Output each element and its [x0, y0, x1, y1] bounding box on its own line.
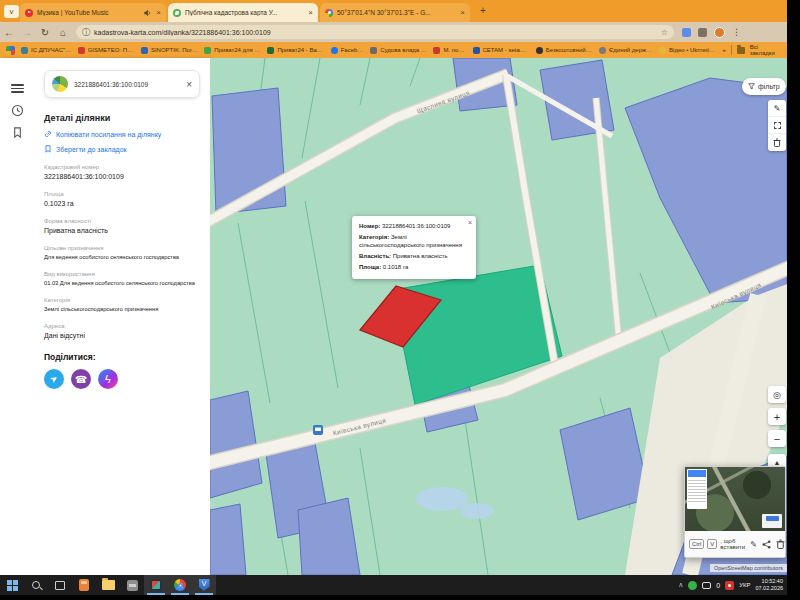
clipboard-app-button[interactable] — [72, 575, 96, 595]
bookmark-favicon — [370, 47, 377, 54]
draw-pencil-button[interactable]: ✎ — [768, 100, 786, 117]
tab-youtube-music[interactable]: Музика | YouTube Music × — [20, 3, 166, 22]
bookmarks-overflow-icon[interactable]: » — [722, 47, 725, 53]
viber-share-icon[interactable]: ☎ — [71, 369, 91, 389]
telegram-share-icon[interactable]: ➤ — [44, 369, 64, 389]
water-area — [416, 487, 468, 511]
bookmark-item[interactable]: Відео • Ukrnetica7... — [659, 47, 716, 54]
tray-badge-count[interactable]: 0 — [716, 582, 720, 589]
photos-app-button[interactable] — [144, 575, 168, 595]
shield-app-icon: V — [199, 579, 210, 591]
speaker-icon[interactable] — [143, 9, 152, 17]
bookmark-favicon — [473, 47, 480, 54]
divider — [731, 45, 732, 55]
save-bookmark-button[interactable]: Зберегти до закладок — [44, 145, 200, 153]
bookmark-item[interactable]: Судова влада Укра... — [370, 47, 427, 54]
annotate-pen-icon[interactable]: ✎ — [750, 539, 757, 549]
zoom-out-button[interactable]: − — [768, 430, 786, 447]
back-button[interactable]: ← — [0, 27, 18, 38]
bookmark-item[interactable]: CETAM - setam.net... — [473, 47, 530, 54]
tab-search-button[interactable]: v — [4, 5, 19, 18]
file-explorer-button[interactable] — [96, 575, 120, 595]
map-attribution-link[interactable]: OpenStreetMap contributors — [710, 564, 787, 572]
browser-menu-icon[interactable]: ⋮ — [732, 27, 741, 37]
discard-trash-icon[interactable] — [776, 539, 785, 549]
bookmarks-rail-icon[interactable] — [11, 126, 24, 139]
locate-button[interactable]: ◎ — [768, 386, 786, 403]
all-bookmarks-label[interactable]: Всі закладки — [750, 44, 781, 56]
bookmark-item[interactable]: Приват24 для бізне... — [204, 47, 261, 54]
bookmark-label: GISMETEO: Погода... — [88, 47, 135, 53]
tab-close-icon[interactable]: × — [156, 8, 161, 17]
clock-date: 07.02.2026 — [755, 585, 783, 592]
language-indicator[interactable]: УКР — [739, 582, 750, 588]
parcel-search-input[interactable]: 3221886401:36:100:0109 × — [44, 70, 200, 98]
tray-chat-icon[interactable] — [702, 582, 711, 589]
clear-search-icon[interactable]: × — [186, 79, 192, 90]
tab-close-icon[interactable]: × — [460, 8, 465, 17]
reload-button[interactable]: ↻ — [36, 27, 54, 38]
screenshot-preview[interactable] — [685, 467, 785, 531]
search-value: 3221886401:36:100:0109 — [74, 81, 180, 88]
bookmark-item[interactable]: ІС ДПУЧАС"(12) — [21, 47, 72, 54]
select-area-button[interactable] — [768, 117, 786, 134]
field-label: Цільове призначення — [44, 245, 200, 251]
tab-google-maps[interactable]: 50°37'01.4"N 30°37'01.3"E - G... × — [320, 3, 470, 22]
map-edit-tools: ✎ — [768, 100, 786, 151]
screenshot-toast[interactable]: Ctrl V , щоб вставити ✎ — [684, 466, 786, 558]
utility-app-button[interactable] — [120, 575, 144, 595]
shield-app-button[interactable]: V — [192, 575, 216, 595]
taskbar-clock[interactable]: 10:52:40 07.02.2026 — [755, 578, 783, 592]
url-text: kadastrova-karta.com/dilyanka/3221886401… — [94, 29, 657, 36]
bookmark-label: Відео • Ukrnetica7... — [669, 47, 716, 53]
site-info-icon[interactable]: ⓘ — [82, 27, 90, 38]
tray-red-app-icon[interactable] — [725, 581, 734, 590]
field-value: Для ведення особистого селянського госпо… — [44, 254, 200, 260]
address-bar[interactable]: ⓘ kadastrova-karta.com/dilyanka/32218864… — [76, 25, 674, 39]
tab-cadastral-map[interactable]: Публічна кадастрова карта У... × — [168, 3, 318, 22]
profile-avatar[interactable] — [714, 27, 725, 38]
field-value: 0.1023 га — [44, 200, 200, 207]
extensions-puzzle-icon[interactable] — [698, 28, 707, 37]
bookmark-favicon — [536, 47, 543, 54]
bookmark-label: Судова влада Укра... — [380, 47, 427, 53]
messenger-share-icon[interactable]: ϟ — [98, 369, 118, 389]
taskbar-search-button[interactable] — [24, 575, 48, 595]
bookmark-item[interactable]: М. пошта — [433, 47, 466, 54]
bookmark-item[interactable]: GISMETEO: Погода... — [78, 47, 135, 54]
dashed-square-icon — [774, 122, 781, 129]
chrome-app-button[interactable] — [168, 575, 192, 595]
menu-hamburger-icon[interactable] — [11, 82, 24, 95]
bus-stop-icon — [313, 425, 323, 435]
bookmark-item[interactable]: Єдиний держав... — [599, 47, 653, 54]
bookmark-label: М. пошта — [443, 47, 466, 53]
map-area[interactable]: Щаслива вулиця Київська вулиця Київська … — [210, 58, 787, 575]
tab-close-icon[interactable]: × — [308, 8, 313, 17]
share-icon[interactable] — [762, 539, 771, 549]
home-button[interactable]: ⌂ — [54, 27, 72, 38]
screen-edge — [0, 595, 800, 600]
task-view-button[interactable] — [48, 575, 72, 595]
delete-shape-button[interactable] — [768, 134, 786, 151]
bookmark-item[interactable]: Приват24 - Ваш он... — [267, 47, 324, 54]
forward-button[interactable]: → — [18, 27, 36, 38]
bookmark-favicon — [331, 47, 338, 54]
history-clock-icon[interactable] — [11, 104, 24, 117]
tray-expand-icon[interactable]: ∧ — [678, 581, 683, 589]
copy-link-button[interactable]: Копіювати посилання на ділянку — [44, 130, 200, 138]
popup-close-icon[interactable]: × — [468, 218, 472, 228]
bookmark-item[interactable]: Facebook — [331, 47, 365, 54]
tray-green-app-icon[interactable] — [688, 581, 697, 590]
bookmark-item[interactable]: Безкоштовний зак... — [536, 47, 593, 54]
zoom-in-button[interactable]: + — [768, 408, 786, 425]
apps-grid-icon[interactable] — [6, 46, 15, 55]
pinned-extension-icon[interactable] — [682, 28, 691, 37]
start-button[interactable] — [0, 575, 24, 595]
search-icon — [32, 581, 40, 589]
new-tab-button[interactable]: + — [476, 4, 490, 18]
youtube-music-icon — [25, 9, 33, 17]
bookmark-star-icon[interactable]: ☆ — [661, 28, 668, 37]
filter-button[interactable]: фільтр — [742, 78, 786, 95]
filter-label: фільтр — [758, 83, 780, 90]
bookmark-item[interactable]: SINOPTIK: Погода в... — [141, 47, 198, 54]
